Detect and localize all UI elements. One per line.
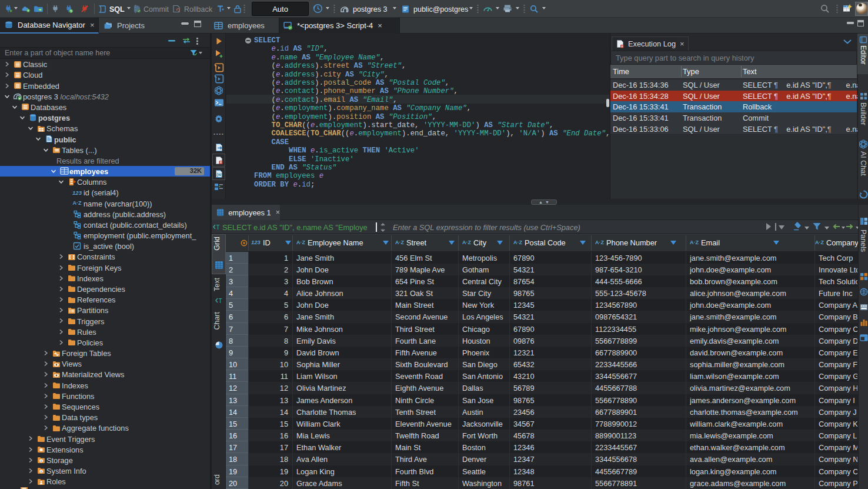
svg-text:T: T — [218, 297, 222, 304]
svg-text:T: T — [216, 224, 220, 231]
svg-text:{ю}: {ю} — [216, 172, 223, 177]
